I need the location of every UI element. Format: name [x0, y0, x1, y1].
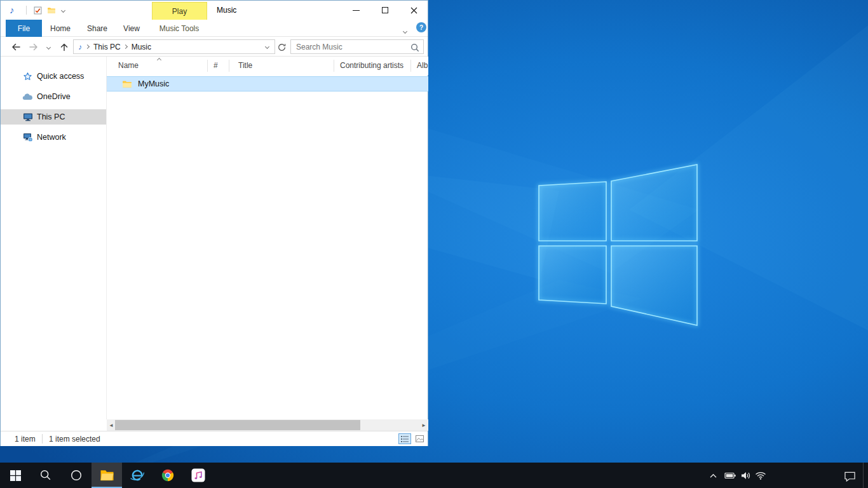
navigation-pane: Quick access OneDrive This PC — [1, 57, 106, 419]
volume-button[interactable] — [738, 470, 752, 480]
sidebar-item-label: Network — [37, 133, 66, 142]
help-button[interactable]: ? — [416, 22, 426, 32]
column-header-row: Name # Title Contributing artists Alb — [107, 57, 428, 75]
onedrive-cloud-icon — [22, 93, 33, 100]
tab-home[interactable]: Home — [48, 20, 73, 37]
refresh-button[interactable] — [275, 41, 288, 53]
qat-properties-button[interactable] — [32, 6, 43, 15]
taskbar-search-button[interactable] — [31, 463, 61, 488]
column-header-contributing-artists[interactable]: Contributing artists — [340, 61, 403, 70]
search-icon — [39, 469, 52, 482]
ribbon-expand-button[interactable] — [403, 26, 407, 35]
breadcrumb-music[interactable]: Music — [130, 43, 153, 51]
column-divider[interactable] — [410, 60, 411, 72]
chrome-button[interactable] — [153, 463, 183, 488]
qat-customize-button[interactable] — [59, 6, 67, 15]
chevron-up-icon — [709, 473, 717, 478]
cortana-icon — [70, 469, 83, 482]
maximize-icon — [382, 7, 388, 13]
help-icon: ? — [419, 24, 423, 31]
wifi-icon — [755, 471, 766, 480]
details-view-button[interactable] — [398, 433, 411, 444]
pane-divider — [106, 57, 107, 419]
this-pc-monitor-icon — [22, 112, 33, 122]
column-divider[interactable] — [334, 60, 334, 72]
sidebar-item-network[interactable]: Network — [1, 130, 106, 145]
selection-count: 1 item selected — [49, 435, 100, 444]
itunes-button[interactable] — [183, 463, 214, 488]
start-button[interactable] — [0, 463, 31, 488]
large-icons-view-icon — [416, 435, 424, 442]
contextual-badge[interactable]: Play — [152, 2, 207, 20]
chevron-down-icon — [46, 44, 50, 49]
chrome-icon — [161, 468, 175, 482]
refresh-icon — [277, 43, 287, 52]
sidebar-item-this-pc[interactable]: This PC — [1, 109, 106, 125]
scrollbar-thumb[interactable] — [115, 420, 360, 430]
address-dropdown-icon[interactable] — [265, 44, 269, 49]
column-divider[interactable] — [207, 60, 208, 72]
column-divider[interactable] — [229, 60, 229, 72]
chevron-down-icon — [60, 8, 65, 12]
quick-access-star-icon — [22, 72, 33, 81]
itunes-icon — [191, 468, 205, 482]
cortana-button[interactable] — [61, 463, 92, 488]
sidebar-item-onedrive[interactable]: OneDrive — [1, 89, 106, 104]
back-arrow-icon — [11, 42, 21, 52]
search-icon[interactable] — [410, 43, 419, 52]
breadcrumb-separator-icon[interactable] — [85, 44, 90, 49]
battery-status-button[interactable] — [723, 470, 737, 480]
close-button[interactable] — [399, 1, 428, 20]
tab-share[interactable]: Share — [83, 20, 111, 37]
speaker-icon — [740, 471, 750, 480]
show-desktop-button[interactable] — [863, 463, 868, 488]
search-input[interactable] — [291, 40, 405, 53]
horizontal-scrollbar[interactable]: ◄ ► — [107, 419, 428, 431]
sidebar-item-label: Quick access — [37, 72, 84, 81]
tray-show-hidden-icons-button[interactable] — [707, 470, 719, 480]
battery-icon — [724, 471, 736, 480]
forward-arrow-icon — [29, 42, 39, 52]
qat-new-folder-button[interactable] — [46, 6, 57, 15]
breadcrumb-separator-icon[interactable] — [123, 44, 128, 49]
ribbon-tab-row: File Home Share View Music Tools — [1, 20, 428, 37]
status-bar: 1 item 1 item selected — [1, 431, 428, 446]
tab-file[interactable]: File — [6, 20, 42, 37]
up-arrow-icon — [59, 42, 69, 52]
recent-locations-button[interactable] — [44, 41, 53, 53]
address-bar-row: ♪ This PC Music — [1, 37, 428, 57]
sidebar-item-quick-access[interactable]: Quick access — [1, 69, 106, 84]
internet-explorer-button[interactable] — [122, 463, 153, 488]
item-count: 1 item — [15, 435, 36, 444]
file-row-mymusic[interactable]: MyMusic — [107, 76, 428, 92]
properties-icon — [34, 6, 42, 15]
file-name: MyMusic — [138, 79, 169, 88]
address-bar[interactable]: ♪ This PC Music — [73, 39, 275, 54]
folder-icon — [122, 79, 132, 88]
tab-view[interactable]: View — [119, 20, 144, 37]
taskbar-file-explorer-button[interactable] — [92, 463, 122, 488]
column-header-number[interactable]: # — [214, 61, 218, 70]
forward-button[interactable] — [27, 41, 40, 53]
up-button[interactable] — [58, 41, 71, 53]
back-button[interactable] — [10, 41, 22, 53]
minimize-button[interactable] — [341, 1, 370, 20]
scroll-right-icon[interactable]: ► — [419, 419, 428, 431]
network-icon — [22, 132, 33, 142]
network-status-button[interactable] — [754, 470, 768, 480]
scroll-left-icon[interactable]: ◄ — [107, 419, 116, 431]
titlebar: ♪ Play Music — [1, 1, 428, 20]
action-center-button[interactable] — [841, 470, 858, 482]
status-divider — [42, 434, 43, 444]
close-icon — [410, 7, 417, 14]
large-icons-view-button[interactable] — [413, 433, 426, 444]
contextual-badge-label: Play — [172, 7, 187, 16]
maximize-button[interactable] — [370, 1, 400, 20]
breadcrumb-this-pc[interactable]: This PC — [92, 43, 123, 51]
action-center-icon — [844, 471, 856, 482]
tab-music-tools[interactable]: Music Tools — [151, 20, 208, 37]
column-header-title[interactable]: Title — [238, 61, 252, 70]
search-box — [290, 39, 424, 54]
column-header-album[interactable]: Alb — [417, 61, 428, 70]
column-header-name[interactable]: Name — [118, 61, 139, 70]
